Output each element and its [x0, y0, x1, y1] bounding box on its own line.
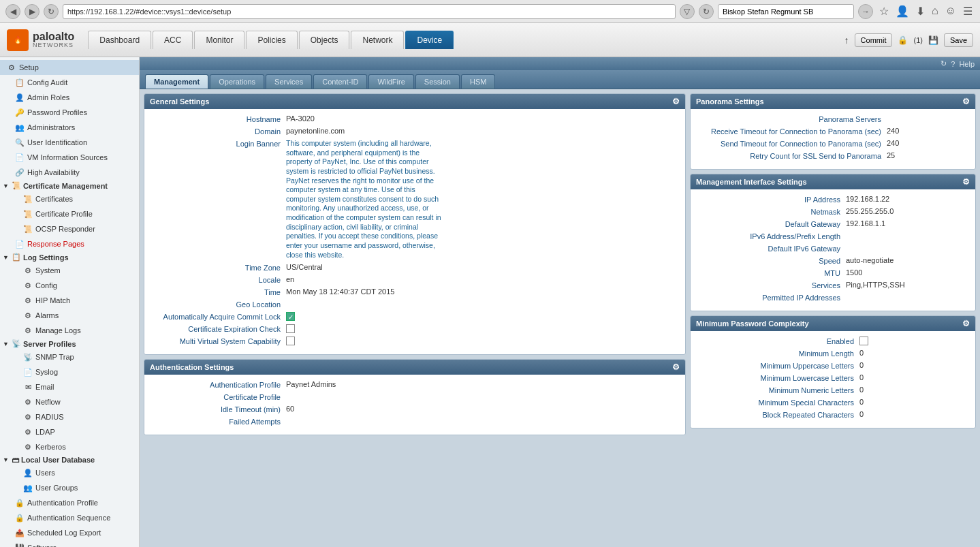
sidebar-item-administrators[interactable]: 👥 Administrators: [0, 120, 139, 135]
sidebar-item-netflow[interactable]: ⚙ Netflow: [0, 394, 139, 409]
enabled-row: Enabled: [696, 337, 970, 345]
enabled-checkbox[interactable]: [859, 337, 868, 345]
sidebar-item-software[interactable]: 💾 Software: [0, 540, 139, 547]
geo-label: Geo Location: [150, 300, 286, 309]
min-password-title: Minimum Password Complexity: [696, 319, 809, 328]
ipv6-gw-label: Default IPv6 Gateway: [696, 244, 846, 253]
panorama-settings-title: Panorama Settings: [696, 97, 764, 106]
browser-search-input[interactable]: [718, 4, 854, 19]
subtab-content-id[interactable]: Content-ID: [313, 74, 367, 89]
download-icon[interactable]: ⬇: [914, 5, 927, 18]
help-button[interactable]: Help: [959, 60, 975, 68]
search-go-button[interactable]: →: [858, 4, 873, 19]
go-button[interactable]: ▽: [680, 4, 695, 19]
tab-dashboard[interactable]: Dashboard: [88, 31, 151, 49]
sidebar-item-snmp[interactable]: 📡 SNMP Trap: [0, 349, 139, 364]
sidebar-item-setup[interactable]: ⚙ Setup: [0, 60, 139, 75]
sidebar-item-response-pages[interactable]: 📄 Response Pages: [0, 236, 139, 251]
sidebar-item-high-availability[interactable]: 🔗 High Availability: [0, 165, 139, 180]
forward-button[interactable]: ▶: [25, 4, 39, 19]
sidebar-item-radius[interactable]: ⚙ RADIUS: [0, 409, 139, 424]
sidebar-item-password-profiles[interactable]: 🔑 Password Profiles: [0, 105, 139, 120]
min-length-row: Minimum Length 0: [696, 349, 970, 358]
manage-logs-icon: ⚙: [23, 326, 33, 335]
right-panels: Panorama Settings ⚙ Panorama Servers Rec…: [690, 93, 976, 543]
sidebar-item-config[interactable]: ⚙ Config: [0, 278, 139, 293]
sidebar-item-cert-profile[interactable]: 📜 Certificate Profile: [0, 206, 139, 221]
sidebar-item-system[interactable]: ⚙ System: [0, 263, 139, 278]
help-bar: ↻ ? Help: [140, 57, 980, 70]
refresh-icon[interactable]: ↻: [941, 59, 947, 68]
receive-timeout-label: Receive Timeout for Connection to Panora…: [696, 127, 887, 136]
min-upper-label: Minimum Uppercase Letters: [696, 361, 859, 370]
menu-icon[interactable]: ☰: [961, 5, 975, 18]
home-icon[interactable]: ⌂: [930, 5, 941, 18]
multi-vsys-checkbox[interactable]: [286, 337, 295, 345]
sidebar-item-certificates[interactable]: 📜 Certificates: [0, 191, 139, 206]
auth-settings-gear[interactable]: ⚙: [672, 362, 680, 372]
tab-policies[interactable]: Policies: [246, 31, 297, 49]
snmp-icon: 📡: [23, 352, 33, 362]
min-password-gear[interactable]: ⚙: [962, 319, 970, 328]
sidebar-item-vm-info[interactable]: 📄 VM Information Sources: [0, 150, 139, 165]
mtu-label: MTU: [696, 268, 846, 277]
smiley-icon[interactable]: ☺: [943, 5, 958, 18]
sidebar-item-hip-match[interactable]: ⚙ HIP Match: [0, 293, 139, 308]
tab-objects[interactable]: Objects: [299, 31, 350, 49]
sidebar-item-config-audit[interactable]: 📋 Config Audit: [0, 75, 139, 90]
mgmt-interface-gear[interactable]: ⚙: [962, 177, 970, 187]
back-button[interactable]: ◀: [5, 4, 20, 19]
sidebar-item-user-identification[interactable]: 🔍 User Identification: [0, 135, 139, 150]
bookmark-icon[interactable]: ☆: [877, 5, 891, 18]
commit-button[interactable]: Commit: [855, 33, 893, 47]
cert-expiry-checkbox[interactable]: [286, 324, 295, 333]
sidebar-item-ldap[interactable]: ⚙ LDAP: [0, 424, 139, 439]
url-bar[interactable]: [63, 4, 676, 19]
sidebar-item-manage-logs[interactable]: ⚙ Manage Logs: [0, 323, 139, 338]
sidebar-item-auth-sequence[interactable]: 🔒 Authentication Sequence: [0, 510, 139, 525]
sidebar-item-alarms[interactable]: ⚙ Alarms: [0, 308, 139, 323]
subtab-hsm[interactable]: HSM: [461, 74, 495, 89]
sidebar-group-server-profiles[interactable]: ▼ 📡 Server Profiles: [0, 338, 139, 349]
sidebar-item-email[interactable]: ✉ Email: [0, 379, 139, 394]
cert-profile-icon: 📜: [23, 209, 33, 219]
sidebar-item-ocsp[interactable]: 📜 OCSP Responder: [0, 221, 139, 236]
tab-monitor[interactable]: Monitor: [194, 31, 244, 49]
subtab-management[interactable]: Management: [145, 74, 208, 89]
panorama-settings-gear[interactable]: ⚙: [962, 97, 970, 106]
locale-row: Locale en: [150, 275, 680, 284]
block-repeated-label: Block Repeated Characters: [696, 410, 859, 419]
sidebar-item-admin-roles[interactable]: 👤 Admin Roles: [0, 90, 139, 105]
services-label: Services: [696, 281, 846, 290]
multi-vsys-label: Multi Virtual System Capability: [150, 337, 286, 345]
tab-acc[interactable]: ACC: [153, 31, 193, 49]
min-lower-row: Minimum Lowercase Letters 0: [696, 373, 970, 382]
sidebar-group-cert-mgmt[interactable]: ▼ 📜 Certificate Management: [0, 180, 139, 191]
auto-commit-checkbox[interactable]: [286, 312, 295, 321]
profile-icon[interactable]: 👤: [894, 5, 911, 18]
refresh-button[interactable]: ↻: [44, 4, 59, 19]
reload-button[interactable]: ↻: [699, 4, 714, 19]
min-special-value: 0: [859, 398, 970, 406]
subtab-operations[interactable]: Operations: [210, 74, 264, 89]
receive-timeout-row: Receive Timeout for Connection to Panora…: [696, 127, 970, 136]
save-button[interactable]: Save: [944, 33, 973, 47]
subtab-session[interactable]: Session: [415, 74, 460, 89]
sidebar-item-user-groups[interactable]: 👥 User Groups: [0, 480, 139, 495]
sidebar-item-syslog[interactable]: 📄 Syslog: [0, 364, 139, 379]
sidebar-item-kerberos[interactable]: ⚙ Kerberos: [0, 439, 139, 454]
sidebar-item-scheduled-log-export[interactable]: 📤 Scheduled Log Export: [0, 525, 139, 540]
sidebar-item-users[interactable]: 👤 Users: [0, 465, 139, 480]
netmask-value: 255.255.255.0: [846, 207, 970, 215]
sidebar-group-local-user-db[interactable]: ▼ 🗃 Local User Database: [0, 454, 139, 465]
subtab-wildfire[interactable]: WildFire: [368, 74, 413, 89]
cert-profile-row: Certificate Profile: [150, 392, 680, 401]
sidebar-item-auth-profile[interactable]: 🔒 Authentication Profile: [0, 495, 139, 510]
subtab-services[interactable]: Services: [266, 74, 312, 89]
tab-network[interactable]: Network: [351, 31, 404, 49]
tab-device[interactable]: Device: [405, 31, 454, 49]
sidebar-group-log-settings[interactable]: ▼ 📋 Log Settings: [0, 251, 139, 263]
default-gw-label: Default Gateway: [696, 219, 846, 228]
retry-count-value: 25: [887, 151, 970, 159]
general-settings-gear[interactable]: ⚙: [672, 97, 680, 106]
